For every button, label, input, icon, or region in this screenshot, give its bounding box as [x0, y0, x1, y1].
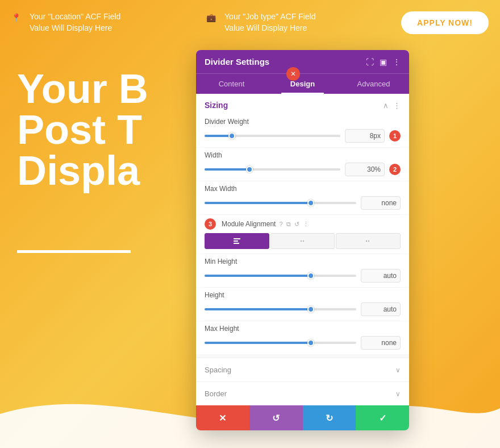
more-icon[interactable]: ⋮ [393, 57, 401, 67]
panel-tabs: Content Design Advanced [196, 73, 409, 94]
height-label: Height [205, 291, 401, 299]
hero-line-2: Post T [17, 109, 148, 150]
align-left-button[interactable] [205, 233, 269, 249]
width-input[interactable] [345, 163, 385, 176]
width-controls: 2 [205, 163, 401, 176]
hero-divider [17, 250, 131, 253]
max-width-label: Max Width [205, 185, 401, 193]
top-bar: 📍 Your "Location" ACF Field Value Will D… [11, 11, 489, 34]
divider-weight-input[interactable] [345, 129, 385, 143]
height-field: Height [196, 288, 409, 321]
hero-line-1: Your B [17, 68, 148, 109]
job-type-field: 💼 Your "Job type" ACF Field Value Will D… [206, 11, 320, 34]
sizing-section-icons: ∧ ⋮ [383, 101, 401, 110]
border-chevron: ∨ [395, 390, 401, 398]
min-height-input[interactable] [361, 269, 401, 283]
divider-settings-panel: Divider Settings ⛶ ▣ ⋮ Content Design Ad… [196, 50, 409, 430]
border-title: Border [205, 389, 227, 398]
max-width-controls [205, 196, 401, 210]
copy-icon[interactable]: ⧉ [286, 221, 291, 228]
max-width-field: Max Width [196, 181, 409, 214]
width-field: Width 2 [196, 148, 409, 181]
max-height-controls [205, 336, 401, 350]
cancel-button[interactable]: ✕ [196, 405, 249, 430]
alignment-label-row: 3 Module Alignment ? ⧉ ↺ ⋮ [205, 218, 401, 230]
module-alignment-field: 3 Module Alignment ? ⧉ ↺ ⋮ [196, 215, 409, 254]
briefcase-icon: 💼 [206, 13, 219, 25]
pin-icon: 📍 [11, 13, 24, 25]
tab-advanced[interactable]: Advanced [338, 74, 409, 94]
divider-weight-slider[interactable] [205, 135, 340, 137]
more-icon-align[interactable]: ⋮ [303, 221, 309, 228]
divider-weight-label: Divider Weight [205, 118, 401, 126]
options-icon[interactable]: ⋮ [393, 101, 401, 110]
height-controls [205, 302, 401, 316]
width-slider[interactable] [205, 168, 340, 171]
apply-button[interactable]: APPLY NOW! [401, 11, 489, 34]
panel-close-button[interactable]: ✕ [286, 67, 300, 81]
location-field: 📍 Your "Location" ACF Field Value Will D… [11, 11, 125, 34]
alignment-label: Module Alignment [222, 220, 276, 228]
max-height-field: Max Height [196, 321, 409, 354]
panel-header: Divider Settings ⛶ ▣ ⋮ [196, 50, 409, 73]
max-height-input[interactable] [361, 336, 401, 350]
badge-1: 1 [389, 130, 401, 142]
panel-body: Sizing ∧ ⋮ Divider Weight 1 [196, 94, 409, 405]
badge-3: 3 [205, 218, 216, 230]
panel-header-icons: ⛶ ▣ ⋮ [366, 57, 401, 67]
spacing-chevron: ∨ [395, 366, 401, 374]
svg-rect-2 [234, 243, 239, 244]
min-height-controls [205, 269, 401, 283]
hero-text: Your B Post T Displa [17, 68, 148, 191]
align-center-button[interactable] [270, 233, 335, 249]
redo-button[interactable]: ↻ [303, 405, 356, 430]
align-right-button[interactable] [336, 233, 401, 249]
sizing-section-header: Sizing ∧ ⋮ [196, 94, 409, 114]
hero-line-3: Displa [17, 150, 148, 191]
layout-icon[interactable]: ▣ [380, 57, 387, 67]
height-input[interactable] [361, 302, 401, 316]
svg-rect-1 [234, 240, 238, 242]
undo-button[interactable]: ↺ [249, 405, 303, 430]
svg-rect-0 [234, 238, 240, 239]
spacing-section[interactable]: Spacing ∨ [196, 358, 409, 381]
width-label: Width [205, 151, 401, 159]
fullscreen-icon[interactable]: ⛶ [366, 57, 374, 67]
panel-footer: ✕ ↺ ↻ ✓ [196, 405, 409, 430]
divider-weight-field: Divider Weight 1 [196, 114, 409, 147]
panel-title: Divider Settings [205, 57, 269, 67]
sizing-title: Sizing [205, 101, 228, 110]
badge-2: 2 [389, 164, 401, 175]
max-width-input[interactable] [361, 196, 401, 210]
location-field-text: Your "Location" ACF Field Value Will Dis… [30, 11, 125, 34]
min-height-field: Min Height [196, 254, 409, 287]
border-section[interactable]: Border ∨ [196, 381, 409, 405]
max-height-label: Max Height [205, 325, 401, 333]
min-height-slider[interactable] [205, 275, 356, 277]
max-height-slider[interactable] [205, 342, 356, 344]
spacing-title: Spacing [205, 366, 231, 374]
divider-weight-controls: 1 [205, 129, 401, 143]
collapse-icon[interactable]: ∧ [383, 101, 389, 110]
help-icon[interactable]: ? [279, 221, 282, 227]
max-width-slider[interactable] [205, 202, 356, 204]
save-button[interactable]: ✓ [356, 405, 409, 430]
tab-design[interactable]: Design [267, 74, 338, 94]
height-slider[interactable] [205, 308, 356, 310]
reset-icon[interactable]: ↺ [294, 221, 299, 228]
tab-content[interactable]: Content [196, 74, 267, 94]
alignment-buttons [205, 233, 401, 249]
job-type-field-text: Your "Job type" ACF Field Value Will Dis… [224, 11, 320, 34]
min-height-label: Min Height [205, 258, 401, 266]
